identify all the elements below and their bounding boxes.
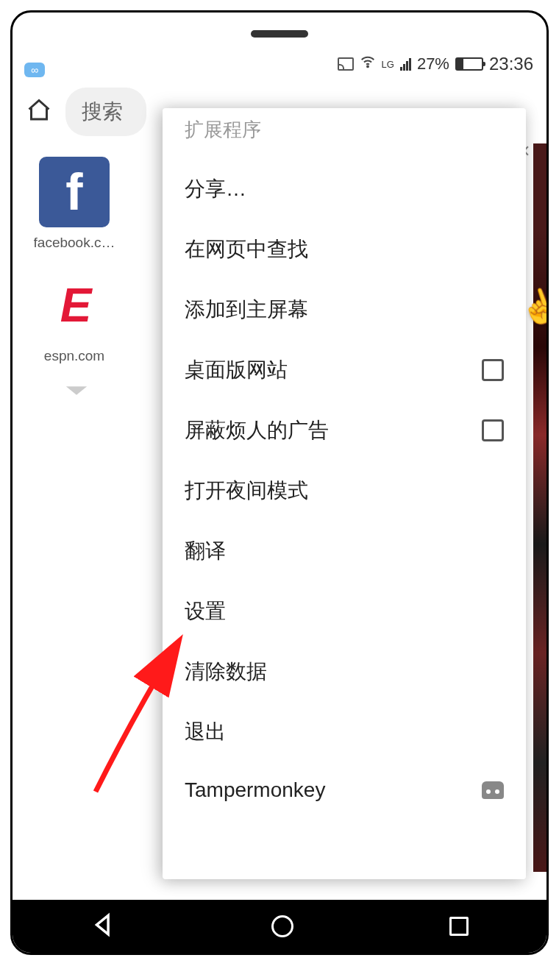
- svg-point-0: [367, 66, 368, 68]
- menu-item-quit[interactable]: 退出: [163, 702, 526, 762]
- menu-label: 退出: [185, 718, 226, 746]
- menu-item-settings[interactable]: 设置: [163, 581, 526, 642]
- phone-speaker: [251, 30, 308, 38]
- shortcut-label: espn.com: [44, 348, 104, 364]
- menu-label: 打开夜间模式: [185, 477, 308, 505]
- menu-item-add-to-home[interactable]: 添加到主屏幕: [163, 280, 526, 340]
- search-input[interactable]: 搜索: [65, 88, 146, 136]
- menu-item-translate[interactable]: 翻译: [163, 521, 526, 581]
- tampermonkey-icon: [482, 781, 504, 799]
- background-content: [533, 143, 546, 872]
- wifi-icon: [360, 54, 376, 74]
- desktop-site-checkbox[interactable]: [482, 359, 504, 381]
- search-placeholder: 搜索: [82, 100, 123, 123]
- menu-label: 清除数据: [185, 658, 267, 686]
- menu-label: Tampermonkey: [185, 778, 325, 802]
- nav-home-button[interactable]: [271, 915, 293, 937]
- overflow-menu: 扩展程序 分享… 在网页中查找 添加到主屏幕 桌面版网站 屏蔽烦人的广告 打开夜…: [163, 108, 526, 879]
- espn-icon: E: [39, 270, 110, 341]
- menu-label: 翻译: [185, 537, 226, 565]
- menu-item-share[interactable]: 分享…: [163, 159, 526, 219]
- shortcut-espn[interactable]: E espn.com: [23, 270, 126, 364]
- menu-item-block-ads[interactable]: 屏蔽烦人的广告: [163, 400, 526, 461]
- menu-label: 设置: [185, 597, 226, 625]
- block-ads-checkbox[interactable]: [482, 419, 504, 441]
- status-bar: LG 27% 23:36: [13, 48, 546, 77]
- menu-label: 扩展程序: [185, 117, 261, 143]
- battery-percentage: 27%: [417, 54, 449, 74]
- menu-item-clear-data[interactable]: 清除数据: [163, 642, 526, 702]
- menu-label: 桌面版网站: [185, 356, 288, 384]
- menu-item-find-in-page[interactable]: 在网页中查找: [163, 219, 526, 280]
- cast-icon: [338, 57, 354, 71]
- menu-item-tampermonkey[interactable]: Tampermonkey: [163, 762, 526, 818]
- menu-item-desktop-site[interactable]: 桌面版网站: [163, 340, 526, 400]
- facebook-icon: f: [39, 157, 110, 227]
- cloud-sync-icon[interactable]: ∞: [24, 63, 45, 77]
- menu-label: 分享…: [185, 175, 246, 203]
- nav-recents-button[interactable]: [449, 917, 469, 936]
- menu-item-extensions[interactable]: 扩展程序: [163, 114, 526, 159]
- signal-bars-icon: [400, 57, 411, 71]
- home-icon[interactable]: [26, 97, 52, 127]
- android-nav-bar: [13, 900, 546, 953]
- signal-label: LG: [382, 59, 394, 70]
- battery-icon: [455, 57, 483, 71]
- nav-back-button[interactable]: [90, 912, 115, 940]
- menu-item-night-mode[interactable]: 打开夜间模式: [163, 461, 526, 521]
- menu-label: 添加到主屏幕: [185, 296, 308, 324]
- phone-frame: ∞ LG 27% 23:36 搜索 ✕ f facebook.c… E: [10, 10, 549, 955]
- menu-label: 屏蔽烦人的广告: [185, 416, 329, 444]
- shortcut-facebook[interactable]: f facebook.c…: [23, 157, 126, 251]
- shortcut-label: facebook.c…: [34, 235, 115, 251]
- menu-label: 在网页中查找: [185, 235, 308, 263]
- status-icons: LG 27% 23:36: [338, 54, 533, 74]
- clock: 23:36: [489, 54, 533, 74]
